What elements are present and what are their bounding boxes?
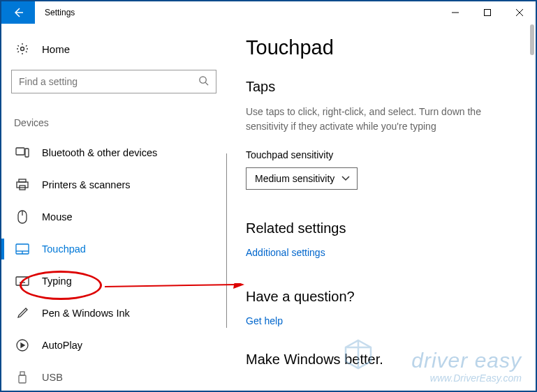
minimize-icon	[452, 9, 459, 16]
sidebar-item-mouse[interactable]: Mouse	[11, 201, 216, 233]
related-heading: Related settings	[246, 220, 522, 236]
sensitivity-dropdown[interactable]: Medium sensitivity	[246, 167, 358, 190]
svg-rect-7	[16, 148, 24, 155]
content-area: Home Devices Bluetooth & other devices P…	[1, 24, 536, 391]
better-heading: Make Windows better.	[246, 352, 522, 368]
minimize-button[interactable]	[439, 1, 471, 24]
back-button[interactable]	[1, 1, 35, 24]
devices-icon	[15, 146, 29, 160]
titlebar: Settings	[1, 1, 536, 24]
maximize-button[interactable]	[471, 1, 503, 24]
search-input[interactable]	[19, 76, 198, 87]
pen-icon	[15, 306, 29, 320]
chevron-down-icon	[341, 176, 350, 181]
sensitivity-label: Touchpad sensitivity	[246, 149, 522, 160]
home-button[interactable]: Home	[11, 36, 216, 70]
main-panel: Touchpad Taps Use taps to click, right-c…	[226, 24, 536, 391]
gear-icon	[15, 42, 29, 56]
close-button[interactable]	[503, 1, 536, 24]
touchpad-icon	[15, 242, 29, 256]
sidebar-item-label: Mouse	[42, 211, 73, 223]
svg-point-5	[200, 76, 206, 82]
sidebar-item-autoplay[interactable]: AutoPlay	[11, 329, 216, 361]
sidebar-item-touchpad[interactable]: Touchpad	[11, 233, 216, 265]
mouse-icon	[15, 210, 29, 224]
sidebar-item-label: Pen & Windows Ink	[42, 308, 130, 319]
sidebar-item-label: Touchpad	[42, 243, 86, 255]
additional-settings-link[interactable]: Additional settings	[246, 247, 325, 258]
taps-heading: Taps	[246, 79, 522, 95]
autoplay-icon	[15, 338, 29, 352]
sidebar-item-label: USB	[42, 372, 63, 383]
page-title: Touchpad	[246, 36, 522, 59]
close-icon	[516, 9, 523, 16]
printer-icon	[15, 178, 29, 192]
svg-rect-24	[20, 372, 24, 375]
svg-point-4	[21, 47, 24, 51]
sensitivity-value: Medium sensitivity	[255, 173, 334, 184]
svg-rect-10	[17, 182, 28, 188]
usb-icon	[15, 370, 29, 384]
sidebar-item-label: Printers & scanners	[42, 179, 131, 190]
arrow-left-icon	[13, 7, 24, 18]
search-input-container[interactable]	[11, 70, 216, 93]
scrollbar-thumb[interactable]	[530, 24, 534, 55]
sidebar-item-printers[interactable]: Printers & scanners	[11, 169, 216, 201]
search-icon	[198, 75, 209, 89]
svg-line-6	[205, 82, 208, 85]
sidebar-item-pen[interactable]: Pen & Windows Ink	[11, 297, 216, 329]
sidebar-item-label: Typing	[42, 276, 72, 287]
home-label: Home	[42, 43, 70, 55]
get-help-link[interactable]: Get help	[246, 315, 283, 326]
question-heading: Have a question?	[246, 289, 522, 305]
sidebar-item-usb[interactable]: USB	[11, 361, 216, 384]
sidebar-item-label: Bluetooth & other devices	[42, 147, 157, 158]
taps-description: Use taps to click, right-click, and sele…	[246, 105, 504, 134]
window-controls	[439, 1, 536, 24]
sidebar-item-bluetooth[interactable]: Bluetooth & other devices	[11, 137, 216, 169]
svg-rect-17	[16, 277, 29, 285]
window-title: Settings	[35, 1, 439, 24]
svg-rect-8	[25, 149, 29, 157]
category-label: Devices	[11, 117, 216, 128]
svg-rect-25	[19, 375, 26, 383]
keyboard-icon	[15, 274, 29, 288]
svg-rect-1	[485, 10, 491, 16]
maximize-icon	[484, 9, 491, 16]
sidebar-item-typing[interactable]: Typing	[11, 265, 216, 297]
sidebar-item-label: AutoPlay	[42, 340, 82, 351]
sidebar: Home Devices Bluetooth & other devices P…	[1, 24, 226, 391]
